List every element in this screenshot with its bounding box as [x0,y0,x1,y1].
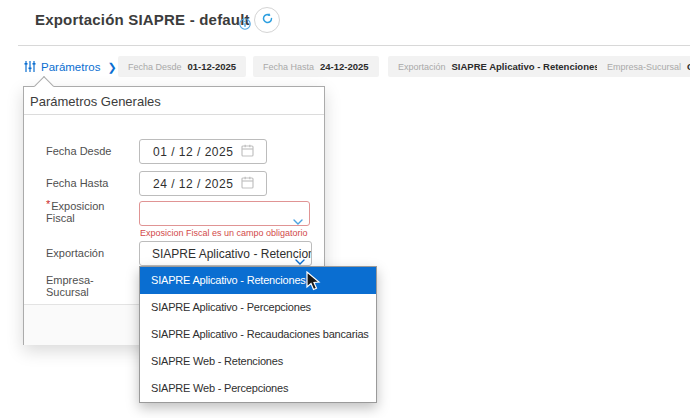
exportacion-combobox[interactable]: SIAPRE Aplicativo - Retenciones [139,241,312,266]
fecha-hasta-input[interactable]: 24 / 12 / 2025 [139,171,267,196]
fecha-desde-label: Fecha Desde [46,145,111,157]
dropdown-option-recaudaciones-bancarias[interactable]: SIAPRE Aplicativo - Recaudaciones bancar… [140,321,376,348]
chip-label: Exportación [398,62,446,72]
exposicion-label-line2: Fiscal [46,212,75,224]
dropdown-option-retenciones-aplicativo[interactable]: SIAPRE Aplicativo - Retenciones [140,267,376,294]
chevron-right-icon: ❯ [107,61,116,74]
popover-title-divider [24,114,324,115]
calendar-icon[interactable] [241,175,254,193]
fecha-hasta-value: 24 / 12 / 2025 [153,177,233,191]
dropdown-option-web-percepciones[interactable]: SIAPRE Web - Percepciones [140,375,376,402]
fecha-hasta-label: Fecha Hasta [46,177,108,189]
fecha-desde-input[interactable]: 01 / 12 / 2025 [139,139,267,164]
filter-chip-empresa-sucursal[interactable]: Empresa-Sucursal GE [597,56,690,77]
exportacion-value: SIAPRE Aplicativo - Retenciones [152,247,311,261]
chip-label: Fecha Hasta [263,62,314,72]
popover-arrow [34,76,54,96]
filters-button[interactable]: Parámetros ❯ [24,57,117,77]
dropdown-option-web-retenciones[interactable]: SIAPRE Web - Retenciones [140,348,376,375]
refresh-button[interactable] [254,7,280,33]
exposicion-fiscal-error: Exposicion Fiscal es un campo obligatori… [140,228,308,238]
empresa-label-line1: Empresa- [46,274,94,286]
dropdown-option-percepciones-aplicativo[interactable]: SIAPRE Aplicativo - Percepciones [140,294,376,321]
chevron-down-icon [295,251,305,266]
chip-value: 24-12-2025 [320,61,369,72]
exportacion-dropdown-list: SIAPRE Aplicativo - Retenciones SIAPRE A… [139,266,377,403]
calendar-icon[interactable] [241,143,254,161]
exposicion-label-line1: Exposicion [51,200,104,212]
chevron-down-icon [293,211,303,226]
page-title: Exportación SIAPRE - default [35,11,250,28]
filter-chip-fecha-hasta[interactable]: Fecha Hasta 24-12-2025 [253,56,379,77]
filter-sliders-icon [24,60,36,75]
fecha-desde-value: 01 / 12 / 2025 [153,145,233,159]
required-marker: * [46,198,50,210]
exposicion-fiscal-label: *ExposicionFiscal [46,200,104,224]
filter-chip-fecha-desde[interactable]: Fecha Desde 01-12-2025 [118,56,246,77]
chip-value: SIAPRE Aplicativo - Retenciones [452,61,600,72]
filter-chip-exportacion[interactable]: Exportación SIAPRE Aplicativo - Retencio… [388,56,610,77]
popover-title: Parámetros Generales [30,94,161,109]
header-divider [18,45,690,46]
info-icon[interactable] [239,16,251,28]
exportacion-label: Exportación [46,247,104,259]
refresh-icon [261,12,274,28]
chip-label: Fecha Desde [128,62,182,72]
chip-label: Empresa-Sucursal [607,62,681,72]
empresa-label-line2: Sucursal [46,286,89,298]
exposicion-fiscal-combobox[interactable] [139,201,310,226]
chip-value: 01-12-2025 [188,61,237,72]
filters-button-label: Parámetros [41,61,100,73]
empresa-sucursal-label: Empresa-Sucursal [46,274,94,298]
